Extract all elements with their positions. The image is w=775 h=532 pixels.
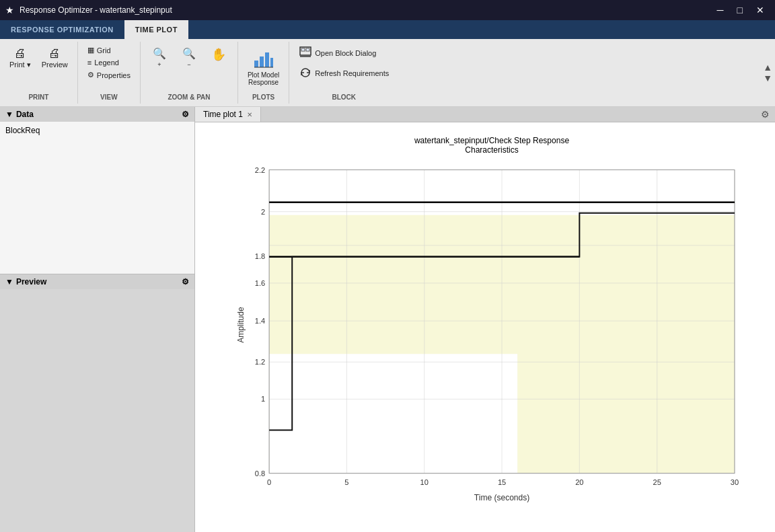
y-label-1.0: 1	[261, 395, 265, 403]
data-section-content: BlockReq	[0, 122, 194, 274]
tab-time-plot-1[interactable]: Time plot 1 ✕	[195, 107, 261, 122]
group-print-label: PRINT	[0, 93, 77, 101]
legend-icon: ≡	[87, 59, 91, 67]
plot-area-settings-icon[interactable]: ⚙	[755, 109, 775, 120]
ribbon-group-view: ▦ Grid ≡ Legend ⚙ Properties VIEW	[78, 42, 141, 104]
preview-section-content	[0, 289, 194, 532]
y-label-2.0: 2	[261, 208, 265, 216]
zoom-out-icon: 🔍	[182, 47, 196, 60]
svg-rect-3	[270, 58, 273, 67]
x-label-25: 25	[653, 478, 661, 486]
preview-icon: 🖨	[48, 47, 61, 59]
zoom-in-button[interactable]: 🔍 +	[146, 44, 173, 71]
x-label-0: 0	[267, 478, 271, 486]
x-label-30: 30	[731, 478, 739, 486]
preview-button[interactable]: 🖨 Preview	[38, 44, 72, 71]
time-plot-1-label: Time plot 1	[203, 110, 243, 119]
preview-settings-icon[interactable]: ⚙	[182, 277, 189, 287]
pan-button[interactable]: ✋	[205, 44, 232, 65]
group-view-label: VIEW	[78, 93, 140, 101]
plot-tab-bar: Time plot 1 ✕ ⚙	[195, 107, 775, 122]
title-bar: ★ Response Optimizer - watertank_stepinp…	[0, 0, 775, 20]
zoom-in-plus: +	[157, 61, 161, 68]
y-axis-label: Amplitude	[236, 307, 246, 343]
blockreq-item: BlockReq	[5, 126, 40, 135]
close-tab-button[interactable]: ✕	[247, 111, 252, 118]
ribbon-group-print: 🖨 Print ▾ 🖨 Preview PRINT	[0, 42, 78, 104]
y-label-1.4: 1.4	[255, 317, 265, 325]
legend-label: Legend	[94, 59, 119, 67]
list-item[interactable]: BlockReq	[3, 124, 192, 137]
left-panel: ▼ Data ⚙ BlockReq ▼ Preview ⚙	[0, 107, 195, 532]
chart-svg-wrapper: 2.2 2 1.8 1.6 1.4 1.2 1 0.8 0 5 10 15 20…	[235, 160, 748, 523]
tab-response-optimization[interactable]: RESPONSE OPTIMIZATION	[0, 20, 124, 39]
grid-icon: ▦	[87, 46, 94, 54]
close-button[interactable]: ✕	[751, 3, 770, 17]
tab-time-plot[interactable]: TIME PLOT	[124, 20, 188, 39]
ribbon-group-block: Open Block Dialog Refresh Requirements B…	[289, 42, 398, 104]
maximize-button[interactable]: □	[732, 3, 748, 17]
group-zoom-pan-label: ZOOM & PAN	[141, 93, 237, 101]
preview-collapse-icon: ▼	[5, 277, 13, 287]
print-button[interactable]: 🖨 Print ▾	[5, 44, 35, 72]
ribbon-content: 🖨 Print ▾ 🖨 Preview PRINT ▦ Grid	[0, 39, 775, 107]
zoom-out-button[interactable]: 🔍 −	[176, 44, 202, 71]
data-section: ▼ Data ⚙ BlockReq	[0, 107, 194, 274]
data-section-label: Data	[16, 110, 34, 119]
group-plots-label: PLOTS	[238, 93, 289, 101]
open-block-dialog-label: Open Block Dialog	[315, 49, 376, 57]
printer-icon: 🖨	[14, 47, 26, 59]
svg-rect-2	[265, 52, 269, 67]
pan-icon: ✋	[211, 47, 226, 62]
block-dialog-icon	[299, 46, 312, 61]
x-label-10: 10	[420, 478, 429, 486]
data-settings-icon[interactable]: ⚙	[182, 110, 189, 119]
refresh-requirements-button[interactable]: Refresh Requirements	[295, 65, 393, 82]
minimize-button[interactable]: ─	[712, 3, 729, 17]
open-block-dialog-button[interactable]: Open Block Dialog	[295, 44, 380, 62]
gear-icon: ⚙	[87, 71, 94, 79]
legend-button[interactable]: ≡ Legend	[83, 57, 135, 68]
ribbon-group-plots: Plot ModelResponse PLOTS	[238, 42, 289, 104]
preview-label: Preview	[42, 61, 68, 69]
properties-label: Properties	[97, 71, 131, 79]
plot-canvas: watertank_stepinput/Check Step Response …	[195, 122, 775, 532]
zoom-out-minus: −	[187, 61, 190, 68]
window-title: Response Optimizer - watertank_stepinput	[20, 5, 172, 15]
x-label-5: 5	[344, 478, 348, 486]
ribbon-group-zoom-pan: 🔍 + 🔍 − ✋ ZOOM & PAN	[141, 42, 238, 104]
chart-title-line2: Characteristics	[235, 145, 748, 155]
refresh-icon	[299, 66, 312, 81]
chart-title-line1: watertank_stepinput/Check Step Response	[235, 136, 748, 145]
properties-button[interactable]: ⚙ Properties	[83, 69, 135, 81]
preview-section: ▼ Preview ⚙	[0, 274, 194, 532]
group-block-label: BLOCK	[289, 93, 398, 101]
data-collapse-icon: ▼	[5, 110, 13, 119]
refresh-requirements-label: Refresh Requirements	[315, 69, 389, 77]
data-section-header[interactable]: ▼ Data ⚙	[0, 107, 194, 122]
chart-svg: 2.2 2 1.8 1.6 1.4 1.2 1 0.8 0 5 10 15 20…	[235, 160, 748, 523]
plot-area: Time plot 1 ✕ ⚙ watertank_stepinput/Chec…	[195, 107, 775, 532]
app-icon: ★	[5, 5, 14, 15]
grid-button[interactable]: ▦ Grid	[83, 44, 135, 56]
svg-rect-7	[306, 48, 309, 51]
x-label-20: 20	[575, 478, 583, 486]
svg-rect-1	[260, 56, 264, 67]
chart-title: watertank_stepinput/Check Step Response …	[235, 136, 748, 155]
svg-rect-6	[301, 48, 305, 51]
ribbon-tab-bar: RESPONSE OPTIMIZATION TIME PLOT	[0, 20, 775, 39]
chart-icon	[253, 47, 274, 70]
main-layout: ▼ Data ⚙ BlockReq ▼ Preview ⚙	[0, 107, 775, 532]
lower-left-constraint-region	[269, 354, 517, 473]
plot-model-label: Plot ModelResponse	[248, 71, 279, 86]
y-label-2.2: 2.2	[255, 166, 265, 174]
y-label-0.8: 0.8	[255, 469, 265, 478]
x-label-15: 15	[498, 478, 506, 486]
preview-section-header[interactable]: ▼ Preview ⚙	[0, 274, 194, 289]
plot-model-response-button[interactable]: Plot ModelResponse	[244, 44, 283, 86]
ribbon-scroll-button[interactable]: ▲▼	[760, 42, 775, 104]
preview-section-label: Preview	[16, 277, 46, 287]
y-label-1.2: 1.2	[255, 358, 265, 366]
x-axis-label: Time (seconds)	[474, 493, 529, 502]
y-label-1.8: 1.8	[255, 252, 265, 260]
